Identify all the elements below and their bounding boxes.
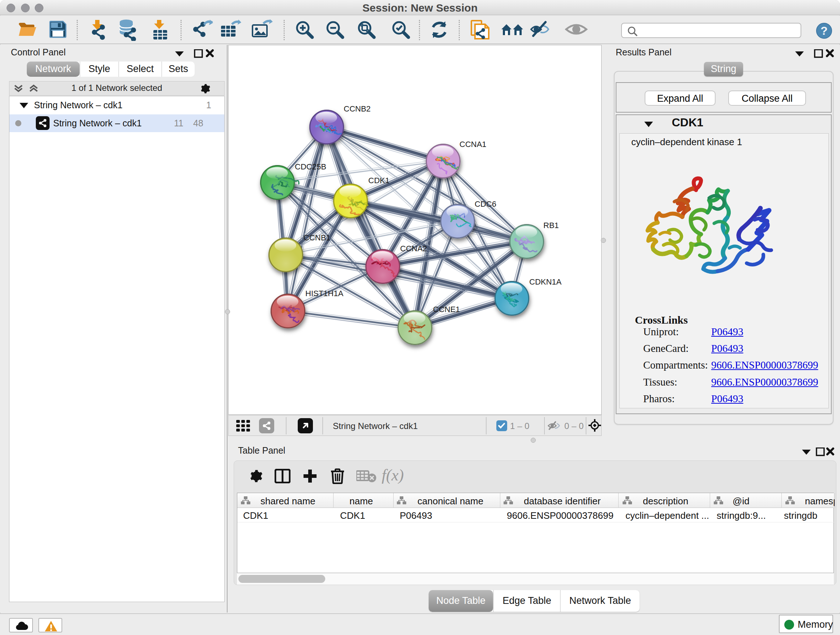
svg-text:HIST1H1A: HIST1H1A	[305, 289, 343, 298]
svg-text:CDC6: CDC6	[475, 200, 496, 209]
svg-text:CCNA2: CCNA2	[400, 244, 427, 253]
svg-text:CCNA1: CCNA1	[459, 140, 486, 149]
svg-text:CCNB1: CCNB1	[303, 233, 331, 242]
svg-text:CCNE1: CCNE1	[433, 305, 460, 314]
svg-text:CCNB2: CCNB2	[344, 104, 371, 113]
svg-text:RB1: RB1	[543, 221, 559, 230]
svg-text:CDK1: CDK1	[368, 176, 390, 185]
svg-text:CDKN1A: CDKN1A	[529, 277, 562, 287]
svg-text:CDC25B: CDC25B	[295, 162, 326, 171]
